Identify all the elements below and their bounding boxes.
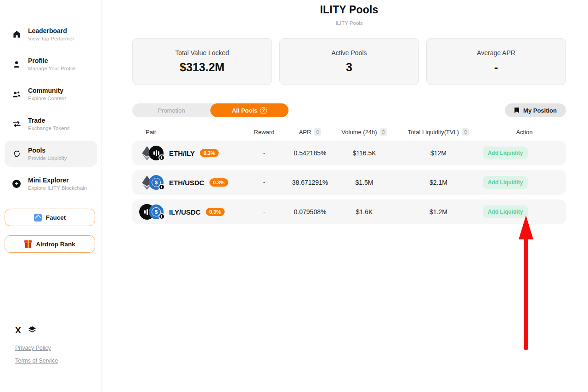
pool-row-eth-usdc[interactable]: $ ETH/USDC 0.3% - 38.671291% $1.5M $2.1M… [132, 170, 566, 195]
privacy-policy-link[interactable]: Privacy Policy [15, 345, 102, 351]
stat-card-tvl: Total Value Locked $313.2M [132, 38, 272, 85]
stat-label: Average APR [477, 49, 515, 57]
col-header-volume: Volume (24h) [334, 128, 394, 136]
apr-value: 38.671291% [286, 179, 334, 186]
stat-label: Active Pools [331, 49, 367, 57]
airdrop-rank-button[interactable]: Airdrop Rank [5, 235, 95, 253]
pools-table-body: ETH/ILY 0.3% - 0.542185% $116.5K $12M Ad… [132, 141, 566, 224]
sidebar-item-pools[interactable]: Pools Provide Liquidity [5, 141, 97, 167]
pair-cell: ETH/ILY 0.3% [132, 144, 243, 162]
reward-value: - [243, 179, 286, 186]
nav-sublabel: Explore Content [28, 96, 66, 101]
sidebar-item-profile[interactable]: Profile Manage Your Profile [5, 51, 97, 77]
faucet-button[interactable]: Faucet [5, 209, 95, 226]
col-header-action: Action [483, 129, 566, 136]
tab-all-pools-label: All Pools [232, 107, 258, 114]
sidebar-item-community[interactable]: Community Explore Content [5, 81, 97, 107]
volume-value: $116.5K [334, 149, 394, 157]
page-title: ILITY Pools [132, 4, 566, 16]
stat-card-active-pools: Active Pools 3 [279, 38, 419, 85]
col-header-tvl-label: Total Liquidity(TVL) [408, 129, 459, 136]
nav-sublabel: Explore ILITY Blockchain [28, 185, 87, 191]
main-content: ILITY Pools ILITY Pools Total Value Lock… [102, 0, 588, 392]
tvl-value: $1.2M [394, 208, 483, 216]
tab-promotion[interactable]: Promotion [132, 103, 210, 117]
add-liquidity-button[interactable]: Add Liquidity [483, 147, 528, 159]
person-icon [12, 60, 21, 69]
reward-value: - [243, 149, 286, 157]
pair-name: ETH/USDC [169, 179, 204, 187]
volume-value: $1.6K [334, 208, 394, 216]
pools-tab-group: Promotion All Pools ? [132, 103, 288, 117]
page-subtitle: ILITY Pools [132, 20, 566, 26]
apr-value: 0.542185% [286, 149, 334, 157]
social-links: X [15, 325, 102, 335]
sort-apr-button[interactable] [314, 128, 321, 136]
sidebar-item-mini-explorer[interactable]: + Mini Explorer Explore ILITY Blockchain [5, 170, 97, 197]
x-twitter-icon[interactable]: X [15, 326, 21, 335]
chain-badge-icon [158, 213, 165, 220]
stat-label: Total Value Locked [175, 49, 229, 57]
nav-sublabel: Exchange Tokens [28, 125, 70, 131]
pool-row-eth-ily[interactable]: ETH/ILY 0.3% - 0.542185% $116.5K $12M Ad… [132, 141, 566, 165]
tab-all-pools[interactable]: All Pools ? [210, 103, 288, 117]
sort-tvl-button[interactable] [462, 128, 469, 136]
fee-badge: 0.3% [200, 149, 219, 157]
col-header-pair: Pair [132, 129, 243, 136]
col-header-apr-label: APR [299, 129, 311, 136]
pair-token-icons [139, 144, 164, 162]
nav-sublabel: View Top Performer [28, 36, 74, 41]
pair-cell: $ ETH/USDC 0.3% [132, 174, 243, 191]
nav-label: Mini Explorer [28, 176, 87, 184]
nav-label: Trade [28, 117, 70, 124]
nav-sublabel: Manage Your Profile [28, 66, 76, 71]
pool-row-ily-usdc[interactable]: $ ILY/USDC 0.3% - 0.079508% $1.6K $1.2M … [132, 199, 566, 224]
pair-name: ILY/USDC [169, 208, 201, 216]
docs-layers-icon[interactable] [28, 325, 37, 335]
chain-badge-icon [158, 184, 165, 190]
nav-label: Leaderboard [28, 27, 74, 34]
pair-token-icons: $ [139, 203, 164, 221]
my-position-label: My Position [523, 107, 557, 114]
nav-label: Pools [28, 147, 67, 154]
home-icon [12, 30, 21, 39]
plus-circle-icon: + [12, 179, 21, 188]
tvl-value: $12M [394, 149, 483, 157]
legal-links: Privacy Policy Terms of Service [15, 345, 102, 364]
my-position-button[interactable]: My Position [505, 103, 566, 117]
question-icon[interactable]: ? [260, 107, 267, 114]
nav-label: Profile [28, 57, 76, 64]
col-header-volume-label: Volume (24h) [341, 129, 377, 136]
pools-table-header: Pair Reward APR Volume (24h) Total Liqui… [132, 126, 566, 138]
pools-toolbar: Promotion All Pools ? My Position [132, 103, 566, 117]
stat-value: $313.2M [180, 61, 224, 74]
sort-volume-button[interactable] [380, 128, 387, 136]
fee-badge: 0.3% [206, 208, 225, 216]
faucet-label: Faucet [46, 214, 66, 221]
stat-value: 3 [346, 61, 352, 74]
stats-cards: Total Value Locked $313.2M Active Pools … [132, 38, 566, 85]
bookmark-icon [514, 107, 520, 114]
col-header-apr: APR [286, 128, 334, 136]
swap-icon [12, 119, 21, 129]
add-liquidity-button[interactable]: Add Liquidity [483, 205, 528, 218]
people-icon [12, 90, 21, 99]
stat-card-average-apr: Average APR - [426, 38, 566, 85]
pair-token-icons: $ [139, 174, 164, 191]
reward-value: - [243, 208, 286, 216]
faucet-icon [34, 214, 42, 222]
airdrop-rank-label: Airdrop Rank [36, 241, 75, 248]
sidebar-item-trade[interactable]: Trade Exchange Tokens [5, 111, 97, 137]
gift-icon [24, 240, 32, 248]
tvl-value: $2.1M [394, 179, 483, 186]
terms-of-service-link[interactable]: Terms of Service [15, 358, 102, 364]
volume-value: $1.5M [334, 179, 394, 186]
pair-cell: $ ILY/USDC 0.3% [132, 203, 243, 221]
fee-badge: 0.3% [209, 178, 228, 187]
sidebar-item-leaderboard[interactable]: Leaderboard View Top Performer [5, 21, 97, 47]
add-liquidity-button[interactable]: Add Liquidity [483, 176, 528, 189]
nav-label: Community [28, 87, 66, 94]
pair-name: ETH/ILY [169, 149, 195, 157]
stat-value: - [494, 61, 498, 74]
apr-value: 0.079508% [286, 208, 334, 216]
